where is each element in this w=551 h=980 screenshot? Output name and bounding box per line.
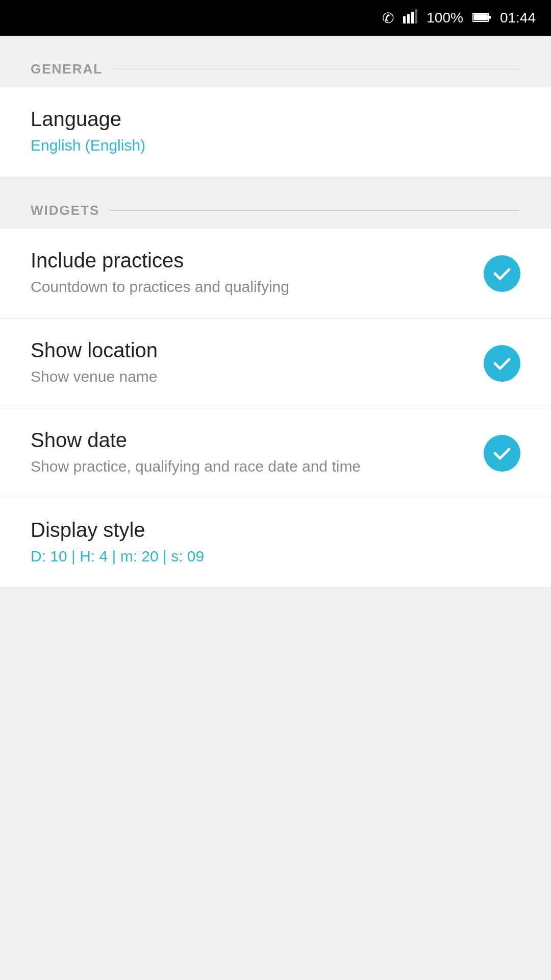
show-location-subtitle: Show venue name xyxy=(31,366,463,387)
widgets-divider xyxy=(110,210,520,211)
include-practices-subtitle: Countdown to practices and qualifying xyxy=(31,276,463,298)
svg-rect-1 xyxy=(407,14,410,23)
general-section-label: GENERAL xyxy=(31,61,103,77)
include-practices-checkbox[interactable] xyxy=(484,255,520,292)
include-practices-text: Include practices Countdown to practices… xyxy=(31,249,484,298)
signal-icon xyxy=(403,9,417,27)
time-text: 01:44 xyxy=(500,10,536,26)
display-style-title: Display style xyxy=(31,519,204,542)
show-date-title: Show date xyxy=(31,429,463,452)
status-bar: ✆ 100% 01:44 xyxy=(0,0,551,36)
widgets-section-header: WIDGETS xyxy=(0,177,551,229)
svg-rect-3 xyxy=(415,9,417,23)
include-practices-item[interactable]: Include practices Countdown to practices… xyxy=(0,229,551,318)
language-item[interactable]: Language English (English) xyxy=(0,87,551,177)
display-style-text: Display style D: 10 | H: 4 | m: 20 | s: … xyxy=(31,519,204,567)
show-date-item[interactable]: Show date Show practice, qualifying and … xyxy=(0,408,551,498)
show-date-checkbox[interactable] xyxy=(484,435,520,472)
show-date-text: Show date Show practice, qualifying and … xyxy=(31,429,484,477)
svg-rect-0 xyxy=(403,16,406,23)
show-location-item[interactable]: Show location Show venue name xyxy=(0,318,551,408)
widgets-section-label: WIDGETS xyxy=(31,203,99,218)
svg-rect-6 xyxy=(473,14,488,20)
battery-text: 100% xyxy=(427,10,463,26)
settings-content: GENERAL Language English (English) WIDGE… xyxy=(0,36,551,588)
svg-rect-5 xyxy=(489,16,491,19)
language-subtitle: English (English) xyxy=(31,135,145,156)
language-text: Language English (English) xyxy=(31,108,145,156)
phone-icon: ✆ xyxy=(382,10,394,27)
display-style-item[interactable]: Display style D: 10 | H: 4 | m: 20 | s: … xyxy=(0,498,551,588)
general-divider xyxy=(113,69,520,69)
show-location-checkbox[interactable] xyxy=(484,345,520,382)
general-section-header: GENERAL xyxy=(0,36,551,87)
include-practices-title: Include practices xyxy=(31,249,463,272)
svg-rect-2 xyxy=(411,12,414,23)
show-location-title: Show location xyxy=(31,339,463,362)
language-title: Language xyxy=(31,108,145,131)
battery-icon xyxy=(472,10,491,26)
show-location-text: Show location Show venue name xyxy=(31,339,484,387)
show-date-subtitle: Show practice, qualifying and race date … xyxy=(31,456,463,477)
display-style-subtitle: D: 10 | H: 4 | m: 20 | s: 09 xyxy=(31,546,204,567)
